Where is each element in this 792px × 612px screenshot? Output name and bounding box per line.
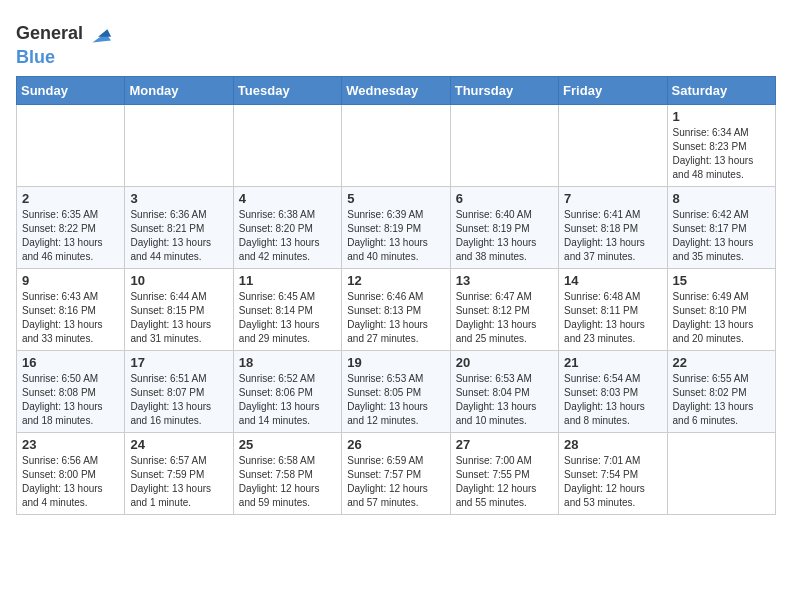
day-info: Sunrise: 6:42 AM Sunset: 8:17 PM Dayligh… bbox=[673, 208, 770, 264]
day-number: 8 bbox=[673, 191, 770, 206]
day-info: Sunrise: 6:44 AM Sunset: 8:15 PM Dayligh… bbox=[130, 290, 227, 346]
day-number: 28 bbox=[564, 437, 661, 452]
day-number: 26 bbox=[347, 437, 444, 452]
calendar-cell: 7Sunrise: 6:41 AM Sunset: 8:18 PM Daylig… bbox=[559, 186, 667, 268]
calendar-cell: 10Sunrise: 6:44 AM Sunset: 8:15 PM Dayli… bbox=[125, 268, 233, 350]
column-header-sunday: Sunday bbox=[17, 76, 125, 104]
logo: General Blue bbox=[16, 20, 113, 68]
day-number: 1 bbox=[673, 109, 770, 124]
day-info: Sunrise: 6:47 AM Sunset: 8:12 PM Dayligh… bbox=[456, 290, 553, 346]
logo-blue-text: Blue bbox=[16, 47, 55, 67]
day-info: Sunrise: 6:46 AM Sunset: 8:13 PM Dayligh… bbox=[347, 290, 444, 346]
day-info: Sunrise: 6:54 AM Sunset: 8:03 PM Dayligh… bbox=[564, 372, 661, 428]
day-number: 4 bbox=[239, 191, 336, 206]
day-number: 18 bbox=[239, 355, 336, 370]
calendar-cell: 14Sunrise: 6:48 AM Sunset: 8:11 PM Dayli… bbox=[559, 268, 667, 350]
day-info: Sunrise: 6:39 AM Sunset: 8:19 PM Dayligh… bbox=[347, 208, 444, 264]
day-number: 13 bbox=[456, 273, 553, 288]
day-info: Sunrise: 6:48 AM Sunset: 8:11 PM Dayligh… bbox=[564, 290, 661, 346]
day-number: 19 bbox=[347, 355, 444, 370]
logo-text: General bbox=[16, 24, 83, 44]
day-info: Sunrise: 6:45 AM Sunset: 8:14 PM Dayligh… bbox=[239, 290, 336, 346]
day-info: Sunrise: 6:34 AM Sunset: 8:23 PM Dayligh… bbox=[673, 126, 770, 182]
calendar-week-row: 9Sunrise: 6:43 AM Sunset: 8:16 PM Daylig… bbox=[17, 268, 776, 350]
header: General Blue bbox=[16, 16, 776, 68]
day-info: Sunrise: 6:53 AM Sunset: 8:05 PM Dayligh… bbox=[347, 372, 444, 428]
calendar-cell bbox=[17, 104, 125, 186]
calendar-cell bbox=[125, 104, 233, 186]
column-header-monday: Monday bbox=[125, 76, 233, 104]
day-info: Sunrise: 6:40 AM Sunset: 8:19 PM Dayligh… bbox=[456, 208, 553, 264]
day-info: Sunrise: 6:38 AM Sunset: 8:20 PM Dayligh… bbox=[239, 208, 336, 264]
column-header-tuesday: Tuesday bbox=[233, 76, 341, 104]
column-header-wednesday: Wednesday bbox=[342, 76, 450, 104]
calendar-cell: 23Sunrise: 6:56 AM Sunset: 8:00 PM Dayli… bbox=[17, 432, 125, 514]
calendar: SundayMondayTuesdayWednesdayThursdayFrid… bbox=[16, 76, 776, 515]
calendar-cell: 20Sunrise: 6:53 AM Sunset: 8:04 PM Dayli… bbox=[450, 350, 558, 432]
day-number: 23 bbox=[22, 437, 119, 452]
calendar-cell: 22Sunrise: 6:55 AM Sunset: 8:02 PM Dayli… bbox=[667, 350, 775, 432]
day-info: Sunrise: 6:35 AM Sunset: 8:22 PM Dayligh… bbox=[22, 208, 119, 264]
calendar-cell: 8Sunrise: 6:42 AM Sunset: 8:17 PM Daylig… bbox=[667, 186, 775, 268]
column-header-thursday: Thursday bbox=[450, 76, 558, 104]
day-number: 7 bbox=[564, 191, 661, 206]
calendar-cell bbox=[667, 432, 775, 514]
day-number: 20 bbox=[456, 355, 553, 370]
calendar-cell: 15Sunrise: 6:49 AM Sunset: 8:10 PM Dayli… bbox=[667, 268, 775, 350]
day-number: 24 bbox=[130, 437, 227, 452]
calendar-cell: 18Sunrise: 6:52 AM Sunset: 8:06 PM Dayli… bbox=[233, 350, 341, 432]
calendar-cell: 17Sunrise: 6:51 AM Sunset: 8:07 PM Dayli… bbox=[125, 350, 233, 432]
day-info: Sunrise: 6:57 AM Sunset: 7:59 PM Dayligh… bbox=[130, 454, 227, 510]
day-info: Sunrise: 6:58 AM Sunset: 7:58 PM Dayligh… bbox=[239, 454, 336, 510]
day-number: 21 bbox=[564, 355, 661, 370]
day-number: 15 bbox=[673, 273, 770, 288]
calendar-cell: 26Sunrise: 6:59 AM Sunset: 7:57 PM Dayli… bbox=[342, 432, 450, 514]
calendar-cell bbox=[559, 104, 667, 186]
day-info: Sunrise: 6:59 AM Sunset: 7:57 PM Dayligh… bbox=[347, 454, 444, 510]
day-info: Sunrise: 6:43 AM Sunset: 8:16 PM Dayligh… bbox=[22, 290, 119, 346]
day-number: 2 bbox=[22, 191, 119, 206]
calendar-cell: 24Sunrise: 6:57 AM Sunset: 7:59 PM Dayli… bbox=[125, 432, 233, 514]
calendar-cell: 21Sunrise: 6:54 AM Sunset: 8:03 PM Dayli… bbox=[559, 350, 667, 432]
day-info: Sunrise: 6:36 AM Sunset: 8:21 PM Dayligh… bbox=[130, 208, 227, 264]
calendar-cell: 3Sunrise: 6:36 AM Sunset: 8:21 PM Daylig… bbox=[125, 186, 233, 268]
svg-marker-1 bbox=[98, 29, 111, 36]
day-info: Sunrise: 6:53 AM Sunset: 8:04 PM Dayligh… bbox=[456, 372, 553, 428]
calendar-cell: 5Sunrise: 6:39 AM Sunset: 8:19 PM Daylig… bbox=[342, 186, 450, 268]
day-info: Sunrise: 6:49 AM Sunset: 8:10 PM Dayligh… bbox=[673, 290, 770, 346]
calendar-cell: 19Sunrise: 6:53 AM Sunset: 8:05 PM Dayli… bbox=[342, 350, 450, 432]
day-number: 12 bbox=[347, 273, 444, 288]
calendar-cell: 25Sunrise: 6:58 AM Sunset: 7:58 PM Dayli… bbox=[233, 432, 341, 514]
day-number: 11 bbox=[239, 273, 336, 288]
calendar-header-row: SundayMondayTuesdayWednesdayThursdayFrid… bbox=[17, 76, 776, 104]
day-number: 16 bbox=[22, 355, 119, 370]
day-number: 14 bbox=[564, 273, 661, 288]
column-header-saturday: Saturday bbox=[667, 76, 775, 104]
day-number: 6 bbox=[456, 191, 553, 206]
day-number: 10 bbox=[130, 273, 227, 288]
calendar-cell bbox=[342, 104, 450, 186]
day-number: 27 bbox=[456, 437, 553, 452]
day-info: Sunrise: 6:41 AM Sunset: 8:18 PM Dayligh… bbox=[564, 208, 661, 264]
calendar-cell: 2Sunrise: 6:35 AM Sunset: 8:22 PM Daylig… bbox=[17, 186, 125, 268]
day-info: Sunrise: 6:55 AM Sunset: 8:02 PM Dayligh… bbox=[673, 372, 770, 428]
calendar-week-row: 1Sunrise: 6:34 AM Sunset: 8:23 PM Daylig… bbox=[17, 104, 776, 186]
calendar-cell: 11Sunrise: 6:45 AM Sunset: 8:14 PM Dayli… bbox=[233, 268, 341, 350]
day-number: 3 bbox=[130, 191, 227, 206]
calendar-cell: 16Sunrise: 6:50 AM Sunset: 8:08 PM Dayli… bbox=[17, 350, 125, 432]
day-number: 5 bbox=[347, 191, 444, 206]
calendar-cell: 13Sunrise: 6:47 AM Sunset: 8:12 PM Dayli… bbox=[450, 268, 558, 350]
calendar-week-row: 2Sunrise: 6:35 AM Sunset: 8:22 PM Daylig… bbox=[17, 186, 776, 268]
calendar-cell: 28Sunrise: 7:01 AM Sunset: 7:54 PM Dayli… bbox=[559, 432, 667, 514]
calendar-cell bbox=[233, 104, 341, 186]
day-number: 9 bbox=[22, 273, 119, 288]
day-number: 17 bbox=[130, 355, 227, 370]
calendar-week-row: 23Sunrise: 6:56 AM Sunset: 8:00 PM Dayli… bbox=[17, 432, 776, 514]
day-number: 25 bbox=[239, 437, 336, 452]
calendar-cell: 1Sunrise: 6:34 AM Sunset: 8:23 PM Daylig… bbox=[667, 104, 775, 186]
day-info: Sunrise: 7:00 AM Sunset: 7:55 PM Dayligh… bbox=[456, 454, 553, 510]
calendar-cell: 27Sunrise: 7:00 AM Sunset: 7:55 PM Dayli… bbox=[450, 432, 558, 514]
day-info: Sunrise: 6:51 AM Sunset: 8:07 PM Dayligh… bbox=[130, 372, 227, 428]
day-info: Sunrise: 6:56 AM Sunset: 8:00 PM Dayligh… bbox=[22, 454, 119, 510]
logo-icon bbox=[85, 20, 113, 48]
